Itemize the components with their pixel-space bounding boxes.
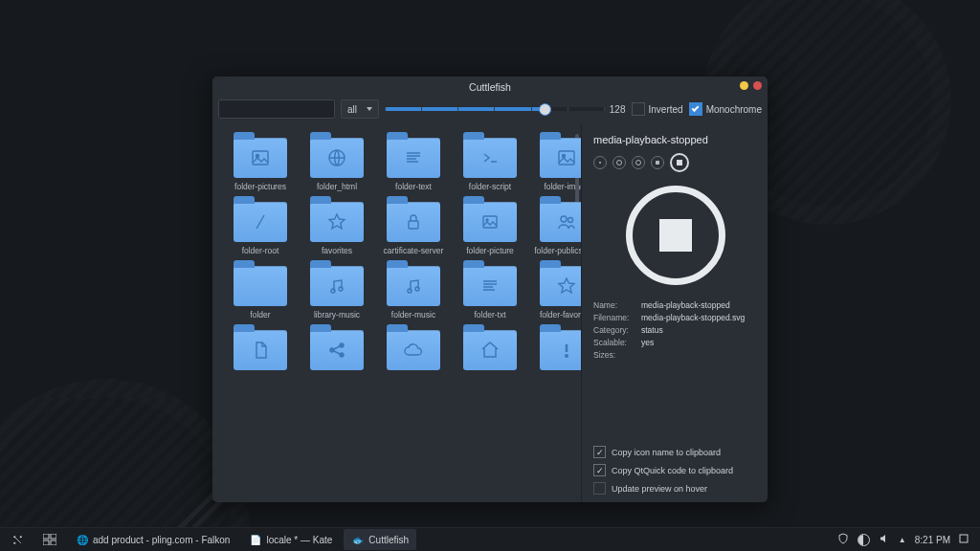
folder-icon — [387, 138, 440, 178]
svg-rect-22 — [51, 534, 56, 539]
svg-rect-3 — [559, 151, 574, 165]
icon-cell-favorites[interactable]: favorites — [299, 194, 375, 256]
system-tray: ▲ 8:21 PM — [837, 533, 976, 546]
icon-label: folder-root — [242, 246, 279, 256]
icon-cell-folder-text[interactable]: folder-text — [375, 130, 452, 192]
svg-rect-25 — [960, 535, 968, 542]
folder-icon — [234, 330, 287, 370]
folder-icon — [310, 266, 364, 306]
media-playback-stopped-icon — [659, 219, 692, 252]
icon-cell-folder-txt[interactable]: folder-txt — [452, 258, 528, 320]
slider-thumb[interactable] — [539, 103, 551, 116]
chevron-down-icon — [367, 107, 372, 111]
cuttlefish-window: Cuttlefish all 128 Inverted Monochrome — [212, 77, 768, 502]
slider-value: 128 — [610, 104, 626, 115]
size-slider[interactable]: 128 — [385, 104, 625, 115]
folder-icon — [310, 138, 364, 178]
size-preview-strip — [593, 153, 758, 172]
tray-clipboard-icon[interactable] — [858, 534, 870, 546]
icon-cell-folder-music[interactable]: folder-music — [375, 258, 452, 320]
svg-point-11 — [339, 287, 343, 291]
size-preview-tiny[interactable] — [593, 156, 607, 169]
icon-cell-folder[interactable]: folder — [222, 258, 299, 320]
icon-cell-folder-script[interactable]: folder-script — [452, 130, 528, 192]
svg-point-20 — [13, 541, 15, 543]
folder-icon — [540, 202, 581, 242]
icon-cell-folder_html[interactable]: folder_html — [299, 130, 375, 192]
icon-cell-15[interactable] — [222, 322, 299, 385]
selected-icon-name: media-playback-stopped — [593, 134, 758, 145]
copy-qtquick-action[interactable]: Copy QtQuick code to clipboard — [593, 464, 758, 476]
icon-cell-19[interactable] — [528, 322, 581, 385]
icon-cell-library-music[interactable]: library-music — [299, 258, 375, 320]
tray-volume-icon[interactable] — [879, 533, 890, 546]
icon-cell-18[interactable] — [452, 322, 528, 385]
svg-point-15 — [340, 343, 344, 347]
kate-icon: 📄 — [249, 534, 261, 546]
window-close-button[interactable] — [753, 81, 762, 90]
task-cuttlefish[interactable]: 🐟 Cuttlefish — [344, 529, 416, 550]
icon-label: folder-script — [469, 182, 511, 192]
folder-icon — [387, 202, 440, 242]
icon-cell-16[interactable] — [299, 322, 375, 385]
folder-icon — [310, 330, 364, 370]
svg-point-7 — [486, 219, 488, 221]
icon-label: folder-music — [391, 310, 435, 320]
copy-icon-name-action[interactable]: Copy icon name to clipboard — [593, 446, 758, 458]
tray-expand-icon[interactable]: ▲ — [899, 536, 906, 544]
size-preview-med[interactable] — [632, 156, 645, 169]
window-title: Cuttlefish — [469, 81, 511, 93]
icon-grid: folder-picturesfolder_htmlfolder-textfol… — [212, 124, 581, 502]
titlebar[interactable]: Cuttlefish — [212, 77, 768, 98]
task-falkon[interactable]: 🌐 add product - pling.com - Falkon — [68, 529, 237, 550]
svg-rect-0 — [253, 151, 268, 165]
icon-cell-17[interactable] — [375, 322, 452, 385]
icon-label: folder — [250, 310, 270, 320]
size-preview-large[interactable] — [651, 156, 664, 169]
svg-point-8 — [561, 216, 567, 222]
svg-point-10 — [331, 289, 335, 293]
task-kate[interactable]: 📄 locale * — Kate — [241, 529, 340, 550]
icon-label: folder-publicshare — [534, 246, 581, 256]
details-panel: media-playback-stopped Name:media-playba… — [581, 124, 768, 502]
icon-preview — [626, 186, 725, 285]
update-on-hover-checkbox[interactable]: Update preview on hover — [593, 482, 758, 495]
monochrome-checkbox[interactable]: Monochrome — [689, 102, 762, 116]
icon-label: folder-txt — [474, 310, 505, 320]
folder-icon — [540, 266, 581, 306]
folder-icon — [463, 202, 517, 242]
clock[interactable]: 8:21 PM — [915, 535, 950, 545]
icon-cell-folder-publicshare[interactable]: folder-publicshare — [528, 194, 581, 256]
svg-point-16 — [340, 353, 344, 357]
tray-desktop-icon[interactable] — [959, 534, 969, 545]
plasma-logo-icon — [11, 534, 24, 546]
icon-cell-cartificate-server[interactable]: cartificate-server — [375, 194, 452, 256]
folder-icon — [234, 266, 287, 306]
cuttlefish-icon: 🐟 — [351, 534, 364, 546]
svg-rect-24 — [51, 540, 56, 545]
size-preview-xlarge[interactable] — [670, 153, 689, 172]
folder-icon — [310, 202, 364, 242]
tray-shield-icon[interactable] — [837, 533, 849, 546]
svg-rect-23 — [43, 540, 49, 545]
search-input[interactable] — [218, 99, 335, 119]
folder-icon — [540, 330, 581, 370]
folder-icon — [540, 138, 581, 178]
category-dropdown[interactable]: all — [341, 99, 379, 119]
svg-point-14 — [330, 348, 334, 352]
taskbar: 🌐 add product - pling.com - Falkon 📄 loc… — [0, 527, 980, 551]
inverted-checkbox[interactable]: Inverted — [632, 102, 683, 116]
icon-cell-folder-favorites[interactable]: folder-favorites — [528, 258, 581, 320]
app-launcher[interactable] — [4, 529, 32, 550]
icon-cell-folder-picture[interactable]: folder-picture — [452, 194, 528, 256]
icon-label: folder-picture — [466, 246, 514, 256]
svg-rect-21 — [43, 534, 49, 539]
icon-cell-folder-pictures[interactable]: folder-pictures — [222, 130, 299, 192]
size-preview-small[interactable] — [612, 156, 626, 169]
icon-cell-folder-image[interactable]: folder-image — [528, 130, 581, 192]
folder-icon — [234, 138, 287, 178]
svg-rect-5 — [409, 221, 418, 229]
icon-cell-folder-root[interactable]: folder-root — [222, 194, 299, 256]
pager[interactable] — [35, 529, 64, 550]
window-minimize-button[interactable] — [740, 81, 748, 90]
